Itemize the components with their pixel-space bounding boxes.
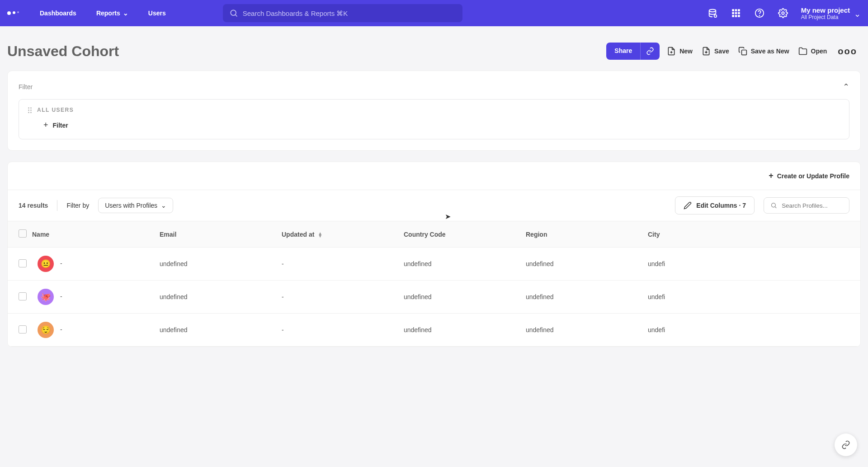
svg-rect-9 <box>738 12 740 14</box>
apps-icon[interactable] <box>727 4 745 22</box>
global-search-input[interactable] <box>243 10 456 17</box>
svg-point-0 <box>231 10 236 15</box>
svg-line-20 <box>775 207 776 208</box>
chevron-down-icon: ⌄ <box>123 10 128 17</box>
more-button[interactable]: ooo <box>834 46 861 57</box>
cell-name: - <box>60 293 62 300</box>
svg-rect-8 <box>735 12 737 14</box>
row-checkbox[interactable] <box>19 259 27 267</box>
row-checkbox[interactable] <box>19 325 27 334</box>
cell-country: undefined <box>398 248 520 281</box>
create-profile-button[interactable]: + Create or Update Profile <box>769 171 849 181</box>
cell-updated: - <box>276 314 398 347</box>
add-filter-button[interactable]: + Filter <box>28 119 840 132</box>
lexicon-icon[interactable] <box>703 4 722 22</box>
col-updated[interactable]: Updated at ▲▼ <box>276 221 398 248</box>
filter-by-value: Users with Profiles <box>105 202 157 209</box>
filter-by-dropdown[interactable]: Users with Profiles ⌄ <box>98 198 173 213</box>
save-as-icon <box>738 47 747 56</box>
table-row[interactable]: 😌- undefined - undefined undefined undef… <box>8 314 860 347</box>
col-city[interactable]: City <box>642 221 860 248</box>
results-count: 14 results <box>19 202 48 209</box>
svg-rect-18 <box>741 50 746 55</box>
share-group: Share <box>606 43 660 60</box>
edit-columns-button[interactable]: Edit Columns · 7 <box>675 196 755 214</box>
svg-rect-6 <box>738 10 740 11</box>
cell-city: undefi <box>642 248 860 281</box>
save-as-label: Save as New <box>751 48 789 55</box>
search-profiles[interactable] <box>764 197 849 214</box>
col-email[interactable]: Email <box>154 221 276 248</box>
svg-rect-5 <box>735 10 737 11</box>
svg-rect-10 <box>732 15 734 17</box>
select-all-checkbox[interactable] <box>19 229 27 238</box>
nav-dashboards[interactable]: Dashboards <box>32 5 85 21</box>
cell-name: - <box>60 326 62 333</box>
project-switcher[interactable]: My new project All Project Data <box>801 6 861 20</box>
help-icon[interactable] <box>750 4 769 22</box>
all-users-label: ALL USERS <box>37 107 74 113</box>
svg-rect-12 <box>738 15 740 17</box>
settings-icon[interactable] <box>774 4 792 22</box>
cell-city: undefi <box>642 281 860 314</box>
nav-reports-label: Reports <box>96 10 120 17</box>
nav-users[interactable]: Users <box>140 5 174 21</box>
table-row[interactable]: 😐- undefined - undefined undefined undef… <box>8 248 860 281</box>
results-top: + Create or Update Profile <box>8 162 860 190</box>
add-filter-label: Filter <box>53 122 68 129</box>
svg-rect-11 <box>735 15 737 17</box>
logo-icon[interactable] <box>7 11 19 15</box>
cell-region: undefined <box>520 248 642 281</box>
col-country[interactable]: Country Code <box>398 221 520 248</box>
search-profiles-input[interactable] <box>782 202 843 209</box>
collapse-icon[interactable]: ⌃ <box>843 82 849 92</box>
link-icon <box>646 47 654 55</box>
share-button[interactable]: Share <box>606 43 640 60</box>
save-label: Save <box>714 48 729 55</box>
results-card: + Create or Update Profile 14 results Fi… <box>7 162 861 347</box>
edit-columns-label: Edit Columns · 7 <box>696 202 746 209</box>
share-link-button[interactable] <box>640 43 660 60</box>
search-icon <box>229 9 238 18</box>
create-profile-label: Create or Update Profile <box>777 172 849 180</box>
cell-email: undefined <box>154 314 276 347</box>
col-region[interactable]: Region <box>520 221 642 248</box>
svg-point-15 <box>782 12 784 14</box>
nav-left: Dashboards Reports ⌄ Users <box>7 5 174 21</box>
cell-region: undefined <box>520 281 642 314</box>
filter-card: Filter ⌃ ALL USERS + Filter <box>7 71 861 151</box>
filter-section-header: Filter ⌃ <box>19 82 849 92</box>
col-name[interactable]: Name <box>32 221 154 248</box>
all-users-row: ALL USERS <box>28 107 840 113</box>
plus-icon: + <box>43 120 48 130</box>
project-subtitle: All Project Data <box>801 14 850 20</box>
table-header-row: Name Email Updated at ▲▼ Country Code Re… <box>8 221 860 248</box>
header-actions: Share New Save Save as New Open ooo <box>606 43 861 60</box>
drag-handle-icon[interactable] <box>28 107 32 113</box>
svg-rect-4 <box>732 10 734 11</box>
cell-country: undefined <box>398 281 520 314</box>
svg-point-3 <box>714 15 717 17</box>
page-title: Unsaved Cohort <box>7 43 119 60</box>
sort-icon: ▲▼ <box>318 232 322 238</box>
row-checkbox[interactable] <box>19 292 27 300</box>
plus-icon: + <box>769 171 774 181</box>
pencil-icon <box>684 201 692 210</box>
cell-email: undefined <box>154 248 276 281</box>
col-updated-label: Updated at <box>282 231 314 238</box>
global-search[interactable] <box>223 4 462 22</box>
search-icon <box>770 201 777 210</box>
cell-updated: - <box>276 281 398 314</box>
avatar: 🐙 <box>38 289 54 305</box>
nav-right: My new project All Project Data <box>703 4 861 22</box>
project-name: My new project <box>801 6 850 14</box>
save-button[interactable]: Save <box>700 43 731 59</box>
new-label: New <box>679 48 693 55</box>
filter-box: ALL USERS + Filter <box>19 99 849 139</box>
open-button[interactable]: Open <box>797 43 829 59</box>
nav-reports[interactable]: Reports ⌄ <box>88 5 137 21</box>
table-row[interactable]: 🐙- undefined - undefined undefined undef… <box>8 281 860 314</box>
cell-email: undefined <box>154 281 276 314</box>
new-button[interactable]: New <box>665 43 694 59</box>
save-as-new-button[interactable]: Save as New <box>736 43 791 59</box>
